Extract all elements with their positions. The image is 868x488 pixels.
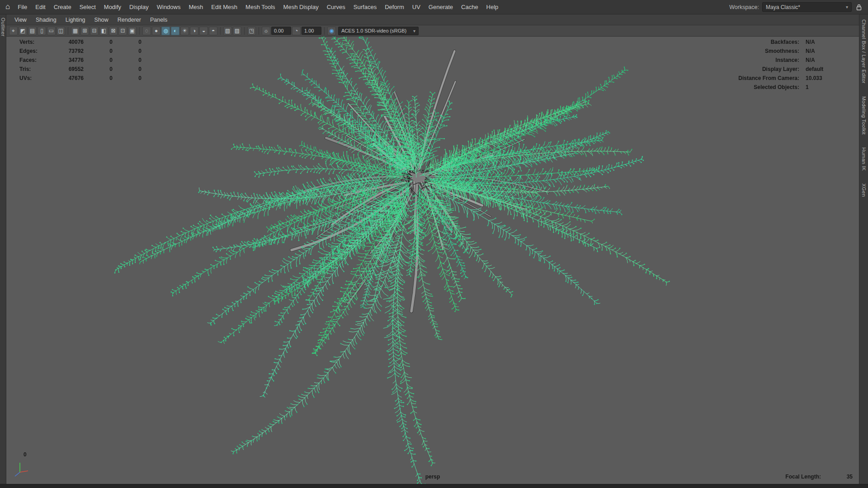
menu-edit-mesh[interactable]: Edit Mesh bbox=[207, 0, 241, 14]
hud-row-distance: Distance From Camera: 10.033 bbox=[738, 74, 844, 83]
axis-gizmo bbox=[12, 457, 33, 478]
tab-modeling-toolkit[interactable]: Modeling Toolkit bbox=[861, 93, 867, 138]
hud-row-verts: Verts: 40076 0 0 bbox=[19, 38, 142, 47]
hud-label: Instance: bbox=[775, 56, 799, 65]
menu-curves[interactable]: Curves bbox=[323, 0, 349, 14]
shadows-icon[interactable]: ◑ bbox=[190, 27, 198, 35]
resolution-gate-icon[interactable]: ⊟ bbox=[90, 27, 99, 35]
image-plane-icon[interactable]: ▭ bbox=[47, 27, 56, 35]
toolbar-separator bbox=[68, 27, 68, 35]
hud-label: Display Layer: bbox=[762, 65, 799, 74]
safe-action-icon[interactable]: ⊡ bbox=[118, 27, 127, 35]
viewport-panel: ViewShadingLightingShowRendererPanels ⌖◩… bbox=[6, 14, 859, 484]
focal-length-hud: Focal Length: 35 bbox=[785, 472, 853, 481]
exposure-field[interactable]: 0.00 bbox=[271, 27, 291, 35]
maya-window: ⌂ FileEditCreateSelectModifyDisplayWindo… bbox=[0, 0, 868, 488]
menu-windows[interactable]: Windows bbox=[153, 0, 185, 14]
use-all-lights-icon[interactable]: ☀ bbox=[180, 27, 189, 35]
menu-surfaces[interactable]: Surfaces bbox=[349, 0, 381, 14]
panel-menu-lighting[interactable]: Lighting bbox=[61, 14, 90, 25]
workspace-dropdown[interactable]: Maya Classic* ▾ bbox=[762, 2, 852, 12]
menu-file[interactable]: File bbox=[14, 0, 31, 14]
film-gate-icon[interactable]: ⊞ bbox=[80, 27, 89, 35]
panel-menu-view[interactable]: View bbox=[10, 14, 31, 25]
safe-title-icon[interactable]: ▣ bbox=[128, 27, 137, 35]
menu-select[interactable]: Select bbox=[75, 0, 100, 14]
chevron-down-icon: ▾ bbox=[846, 5, 848, 9]
toolbar-separator bbox=[139, 27, 140, 35]
home-icon[interactable]: ⌂ bbox=[3, 2, 14, 12]
main-menubar: ⌂ FileEditCreateSelectModifyDisplayWindo… bbox=[0, 0, 868, 14]
toolbar-separator bbox=[259, 27, 259, 35]
hud-label: Edges: bbox=[19, 47, 58, 56]
viewport-toolbar: ⌖◩▤▯▭◫▦⊞⊟◧⊠⊡▣◌●◍◐☀◑◒◓▧▨◳☼0.00◔1.00◉ ACES… bbox=[6, 25, 859, 37]
menu-generate[interactable]: Generate bbox=[425, 0, 457, 14]
hud-label: Selected Objects: bbox=[754, 83, 799, 92]
menu-display[interactable]: Display bbox=[125, 0, 153, 14]
grid-icon[interactable]: ▦ bbox=[71, 27, 80, 35]
panel-menu-renderer[interactable]: Renderer bbox=[113, 14, 146, 25]
pan-zoom-icon[interactable]: ◫ bbox=[57, 27, 65, 35]
workspace-value: Maya Classic* bbox=[766, 4, 800, 10]
chevron-down-icon: ▾ bbox=[413, 28, 415, 33]
viewport-canvas[interactable] bbox=[6, 37, 859, 484]
view-transform-dropdown[interactable]: ACES 1.0 SDR-video (sRGB) ▾ bbox=[338, 27, 419, 35]
menu-cache[interactable]: Cache bbox=[457, 0, 482, 14]
hud-value: 34776 bbox=[58, 56, 84, 65]
workspace-lock-icon[interactable] bbox=[852, 4, 865, 10]
hud-value: 40076 bbox=[58, 38, 84, 47]
menu-uv[interactable]: UV bbox=[408, 0, 425, 14]
menu-modify[interactable]: Modify bbox=[100, 0, 125, 14]
hud-row-smoothness: Smoothness: N/A bbox=[738, 47, 844, 56]
color-managed-icon[interactable]: ◉ bbox=[327, 27, 336, 35]
panel-menubar-items: ViewShadingLightingShowRendererPanels bbox=[10, 14, 172, 25]
textured-icon[interactable]: ◐ bbox=[171, 27, 179, 35]
smooth-shade-all-icon[interactable]: ● bbox=[152, 27, 160, 35]
panel-menu-shading[interactable]: Shading bbox=[31, 14, 61, 25]
exposure-icon[interactable]: ☼ bbox=[262, 27, 270, 35]
wireframe-on-shaded-icon[interactable]: ◍ bbox=[161, 27, 170, 35]
wireframe-icon[interactable]: ◌ bbox=[142, 27, 151, 35]
screen-space-ao-icon[interactable]: ◒ bbox=[199, 27, 208, 35]
camera-name-label: persp bbox=[6, 472, 859, 481]
hud-row-uvs: UVs: 47676 0 0 bbox=[19, 74, 142, 83]
menu-mesh-display[interactable]: Mesh Display bbox=[279, 0, 323, 14]
hud-label: UVs: bbox=[19, 74, 58, 83]
viewport-toolbar-icons: ⌖◩▤▯▭◫▦⊞⊟◧⊠⊡▣◌●◍◐☀◑◒◓▧▨◳☼0.00◔1.00◉ bbox=[9, 27, 336, 35]
transparency-icon[interactable]: ▨ bbox=[233, 27, 241, 35]
panel-menu-panels[interactable]: Panels bbox=[146, 14, 172, 25]
isolate-select-icon[interactable]: ◳ bbox=[247, 27, 256, 35]
camera-select-icon[interactable]: ⌖ bbox=[9, 27, 18, 35]
hud-row-instance: Instance: N/A bbox=[738, 56, 844, 65]
camera-lock-icon[interactable]: ◩ bbox=[19, 27, 27, 35]
menu-mesh-tools[interactable]: Mesh Tools bbox=[241, 0, 279, 14]
hud-label: Distance From Camera: bbox=[738, 74, 799, 83]
tab-human-ik[interactable]: Human IK bbox=[861, 144, 867, 174]
bookmarks-icon[interactable]: ▯ bbox=[38, 27, 46, 35]
menu-mesh[interactable]: Mesh bbox=[184, 0, 207, 14]
viewport[interactable]: Verts: 40076 0 0 Edges: 73792 0 0 Faces:… bbox=[6, 37, 859, 484]
tab-outliner[interactable]: Outliner bbox=[0, 14, 6, 40]
panel-menu-show[interactable]: Show bbox=[90, 14, 113, 25]
tab-channel-box-layer-editor[interactable]: Channel Box / Layer Editor bbox=[861, 16, 867, 87]
menu-edit[interactable]: Edit bbox=[31, 0, 49, 14]
menu-deform[interactable]: Deform bbox=[381, 0, 408, 14]
gate-mask-icon[interactable]: ◧ bbox=[99, 27, 108, 35]
gamma-field[interactable]: 1.00 bbox=[302, 27, 321, 35]
menu-help[interactable]: Help bbox=[482, 0, 503, 14]
hud-row-faces: Faces: 34776 0 0 bbox=[19, 56, 142, 65]
tab-xgen[interactable]: XGen bbox=[861, 180, 867, 200]
motion-blur-icon[interactable]: ◓ bbox=[209, 27, 217, 35]
multisample-aa-icon[interactable]: ▧ bbox=[223, 27, 232, 35]
field-chart-icon[interactable]: ⊠ bbox=[109, 27, 118, 35]
menu-create[interactable]: Create bbox=[50, 0, 75, 14]
hud-value: 10.033 bbox=[806, 74, 844, 83]
main-area: Outliner ViewShadingLightingShowRenderer… bbox=[0, 14, 868, 484]
hud-value: 0 bbox=[84, 56, 113, 65]
camera-attributes-icon[interactable]: ▤ bbox=[28, 27, 37, 35]
hud-label: Backfaces: bbox=[771, 38, 799, 47]
hud-value: N/A bbox=[806, 47, 844, 56]
left-tab-strip: Outliner bbox=[0, 14, 6, 484]
gamma-icon[interactable]: ◔ bbox=[292, 27, 301, 35]
hud-value: default bbox=[806, 65, 844, 74]
